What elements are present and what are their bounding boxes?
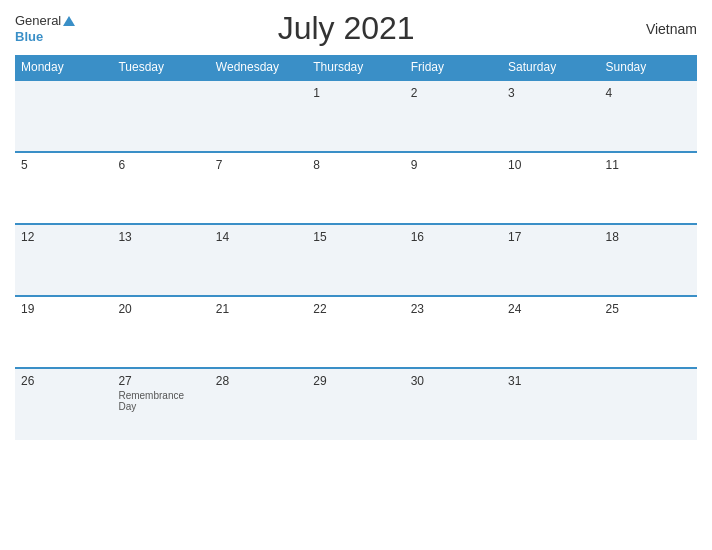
holiday-label: Remembrance Day [118, 390, 203, 412]
calendar-day-cell: 31 [502, 368, 599, 440]
calendar-day-cell: 16 [405, 224, 502, 296]
logo: General Blue [15, 13, 75, 44]
calendar-day-cell: 17 [502, 224, 599, 296]
calendar-day-cell: 22 [307, 296, 404, 368]
header-tuesday: Tuesday [112, 55, 209, 80]
calendar-day-cell: 2 [405, 80, 502, 152]
day-number: 16 [411, 230, 496, 244]
calendar-day-cell: 5 [15, 152, 112, 224]
calendar-day-cell: 8 [307, 152, 404, 224]
day-number: 2 [411, 86, 496, 100]
calendar-day-cell: 9 [405, 152, 502, 224]
day-number: 26 [21, 374, 106, 388]
calendar-day-cell: 12 [15, 224, 112, 296]
calendar-day-cell: 11 [600, 152, 697, 224]
day-number: 29 [313, 374, 398, 388]
calendar-day-cell: 14 [210, 224, 307, 296]
day-number: 1 [313, 86, 398, 100]
calendar-day-cell: 24 [502, 296, 599, 368]
day-number: 20 [118, 302, 203, 316]
calendar-day-cell: 6 [112, 152, 209, 224]
day-number: 13 [118, 230, 203, 244]
calendar-day-cell: 21 [210, 296, 307, 368]
day-number: 25 [606, 302, 691, 316]
day-number: 31 [508, 374, 593, 388]
calendar-day-cell: 10 [502, 152, 599, 224]
calendar-week-row: 1234 [15, 80, 697, 152]
calendar-day-cell: 1 [307, 80, 404, 152]
header-wednesday: Wednesday [210, 55, 307, 80]
calendar-day-cell [112, 80, 209, 152]
logo-general-text: General [15, 13, 75, 29]
calendar-day-cell: 23 [405, 296, 502, 368]
day-number: 28 [216, 374, 301, 388]
calendar-week-row: 12131415161718 [15, 224, 697, 296]
day-number: 30 [411, 374, 496, 388]
day-number: 27 [118, 374, 203, 388]
day-number: 24 [508, 302, 593, 316]
logo-blue-text: Blue [15, 29, 43, 45]
calendar-day-cell: 27Remembrance Day [112, 368, 209, 440]
calendar-day-cell [15, 80, 112, 152]
header-monday: Monday [15, 55, 112, 80]
calendar-day-cell [210, 80, 307, 152]
day-number: 11 [606, 158, 691, 172]
day-number: 12 [21, 230, 106, 244]
header-thursday: Thursday [307, 55, 404, 80]
calendar-day-cell [600, 368, 697, 440]
calendar-day-cell: 15 [307, 224, 404, 296]
calendar-day-cell: 4 [600, 80, 697, 152]
day-number: 4 [606, 86, 691, 100]
month-title: July 2021 [75, 10, 617, 47]
day-number: 18 [606, 230, 691, 244]
calendar-day-cell: 30 [405, 368, 502, 440]
header-sunday: Sunday [600, 55, 697, 80]
day-number: 23 [411, 302, 496, 316]
day-number: 6 [118, 158, 203, 172]
day-number: 7 [216, 158, 301, 172]
calendar-header: General Blue July 2021 Vietnam [15, 10, 697, 47]
day-number: 22 [313, 302, 398, 316]
header-saturday: Saturday [502, 55, 599, 80]
logo-triangle-icon [63, 16, 75, 26]
calendar-grid: Monday Tuesday Wednesday Thursday Friday… [15, 55, 697, 440]
country-label: Vietnam [617, 21, 697, 37]
calendar-week-row: 567891011 [15, 152, 697, 224]
calendar-day-cell: 3 [502, 80, 599, 152]
day-number: 9 [411, 158, 496, 172]
calendar-day-cell: 7 [210, 152, 307, 224]
header-friday: Friday [405, 55, 502, 80]
calendar-week-row: 19202122232425 [15, 296, 697, 368]
calendar-day-cell: 13 [112, 224, 209, 296]
calendar-week-row: 2627Remembrance Day28293031 [15, 368, 697, 440]
day-number: 15 [313, 230, 398, 244]
calendar-container: General Blue July 2021 Vietnam Monday Tu… [0, 0, 712, 550]
day-number: 19 [21, 302, 106, 316]
calendar-day-cell: 26 [15, 368, 112, 440]
day-number: 8 [313, 158, 398, 172]
calendar-day-cell: 29 [307, 368, 404, 440]
calendar-day-cell: 28 [210, 368, 307, 440]
calendar-day-cell: 25 [600, 296, 697, 368]
day-number: 14 [216, 230, 301, 244]
day-number: 21 [216, 302, 301, 316]
day-number: 17 [508, 230, 593, 244]
day-number: 5 [21, 158, 106, 172]
calendar-day-cell: 19 [15, 296, 112, 368]
calendar-day-cell: 20 [112, 296, 209, 368]
day-number: 10 [508, 158, 593, 172]
day-number: 3 [508, 86, 593, 100]
weekday-header-row: Monday Tuesday Wednesday Thursday Friday… [15, 55, 697, 80]
calendar-day-cell: 18 [600, 224, 697, 296]
